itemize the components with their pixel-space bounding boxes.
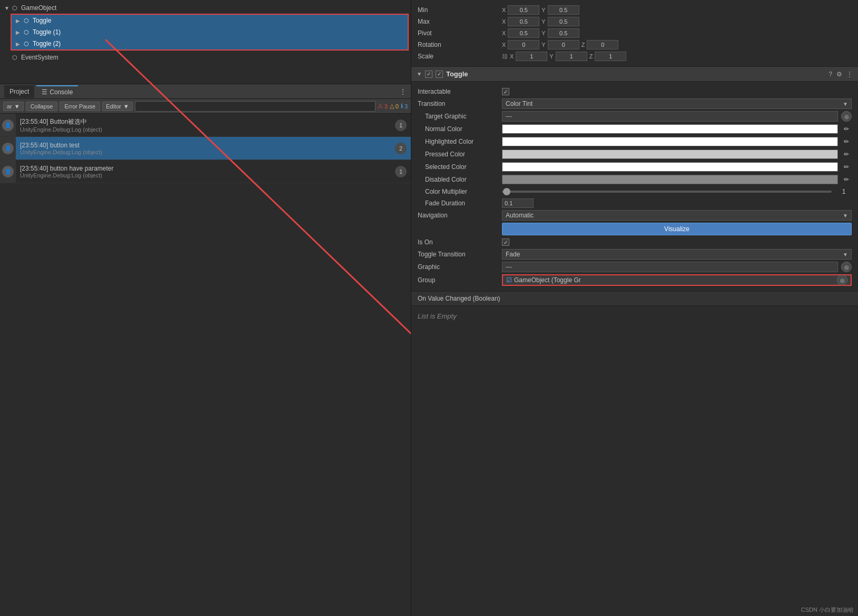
target-graphic-field: — [502,111,838,122]
disabled-color-eyedropper[interactable]: ✏ [841,174,852,185]
group-picker-btn[interactable]: ◎ [837,275,847,285]
highlighted-color-eyedropper[interactable]: ✏ [841,136,852,147]
expand-arrow: ▼ [4,5,11,11]
clear-dropdown[interactable]: ar ▼ [3,102,24,111]
pressed-color-eyedropper[interactable]: ✏ [841,149,852,160]
max-value: X Y [502,17,852,26]
entry1-title: [23:55:40] Button被选中 [20,117,387,126]
error-pause-button[interactable]: Error Pause [60,102,100,111]
tab-menu-btn[interactable]: ⋮ [399,87,407,96]
selected-color-swatch[interactable] [502,162,838,172]
hierarchy-item-toggle1[interactable]: ▶ ⬡ Toggle (1) [12,26,408,38]
visualize-button[interactable]: Visualize [502,223,852,235]
graphic-picker-btn[interactable]: ◎ [841,262,852,272]
tab-console[interactable]: ☰ Console [36,85,78,98]
min-label: Min [418,6,502,14]
disabled-color-label: Disabled Color [418,176,502,183]
pressed-color-row: Pressed Color ✏ [418,148,852,161]
highlighted-color-row: Highlighted Color ✏ [418,135,852,148]
normal-color-eyedropper[interactable]: ✏ [841,124,852,134]
pressed-color-label: Pressed Color [418,151,502,158]
more-icon[interactable]: ⋮ [846,71,853,78]
tab-project[interactable]: Project [4,85,34,98]
group-row: Group ☑ GameObject (Toggle Gr ◎ [418,273,852,287]
color-multiplier-label: Color Multiplier [418,188,502,195]
scale-y-input[interactable] [556,52,587,61]
max-x-input[interactable] [508,17,539,26]
group-checkbox-icon: ☑ [506,276,512,284]
right-panel: Min X Y Max X Y Pivot [411,0,858,616]
max-y-input[interactable] [548,17,579,26]
rot-x-input[interactable] [508,40,539,49]
expand-arrow-toggle1: ▶ [16,29,22,35]
min-value: X Y [502,5,852,15]
pivot-y-input[interactable] [548,28,579,38]
console-entry-2[interactable]: 👤 [23:55:40] button test UnityEngine.Deb… [0,137,411,160]
selected-color-label: Selected Color [418,163,502,171]
entry1-count: 1 [395,120,407,131]
is-on-row: Is On [418,236,852,248]
collapse-button[interactable]: Collapse [26,102,58,111]
is-on-checkbox[interactable] [502,239,509,246]
component-enabled-checkbox[interactable] [425,71,432,78]
disabled-color-swatch[interactable] [502,175,838,184]
pivot-x-input[interactable] [508,28,539,38]
min-x-input[interactable] [508,5,539,15]
highlighted-color-value: ✏ [502,136,852,147]
eventsystem-cube-icon: ⬡ [11,53,19,62]
max-y-label: Y [541,18,545,25]
rotation-row: Rotation X Y Z [418,39,852,51]
group-value-text: GameObject (Toggle Gr [514,276,581,284]
color-multiplier-slider-track[interactable] [502,191,832,193]
pressed-color-swatch[interactable] [502,150,838,159]
scale-x-input[interactable] [516,52,547,61]
entry1-subtitle: UnityEngine.Debug:Log (object) [20,126,387,133]
pivot-label: Pivot [418,29,502,37]
color-multiplier-slider-thumb[interactable] [503,188,510,195]
group-field[interactable]: ☑ GameObject (Toggle Gr ◎ [502,274,852,286]
console-entry-1[interactable]: 👤 [23:55:40] Button被选中 UnityEngine.Debug… [0,114,411,137]
min-y-label: Y [541,7,545,13]
pivot-row: Pivot X Y [418,27,852,39]
info-badge[interactable]: ℹ 3 [401,103,408,110]
rot-y-input[interactable] [548,40,579,49]
hierarchy-item-gameobject[interactable]: ▼ ⬡ GameObject [0,2,411,14]
hierarchy-item-toggle2[interactable]: ▶ ⬡ Toggle (2) [12,38,408,49]
visualize-row: Visualize [418,222,852,236]
color-multiplier-slider-value: 1 [836,188,852,195]
component-collapse-arrow[interactable]: ▼ [417,71,422,77]
warning-badge[interactable]: △ 0 [390,103,399,110]
disabled-color-row: Disabled Color ✏ [418,173,852,186]
editor-dropdown[interactable]: Editor ▼ [102,102,133,111]
toggle1-label: Toggle (1) [33,28,61,36]
min-y-input[interactable] [548,5,579,15]
navigation-dropdown[interactable]: Automatic ▼ [502,210,852,221]
hierarchy-item-toggle[interactable]: ▶ ⬡ Toggle [12,15,408,26]
rot-z-input[interactable] [587,40,618,49]
scale-z-input[interactable] [595,52,626,61]
component-header-icons: ? ⚙ ⋮ [829,71,853,78]
interactable-checkbox[interactable] [502,88,509,95]
entry3-content: [23:55:40] button have parameter UnityEn… [16,160,391,183]
toggle-transition-dropdown[interactable]: Fade ▼ [502,249,852,260]
transition-dropdown[interactable]: Color Tint ▼ [502,98,852,109]
fade-duration-input[interactable] [502,198,534,208]
settings-icon[interactable]: ⚙ [836,71,842,78]
console-search-input[interactable] [135,101,376,112]
target-graphic-picker-btn[interactable]: ◎ [841,111,852,122]
highlighted-color-swatch[interactable] [502,137,838,146]
scale-label: Scale [418,53,502,60]
normal-color-swatch[interactable] [502,124,838,134]
error-badge[interactable]: ⚠ 3 [378,103,388,110]
scale-value: ⛓ X Y Z [502,52,852,61]
toggle-label: Toggle [33,17,51,24]
component-active-checkbox[interactable] [436,71,443,78]
help-icon[interactable]: ? [829,71,832,78]
hierarchy-item-eventsystem[interactable]: ⬡ EventSystem [0,52,411,63]
console-entry-3[interactable]: 👤 [23:55:40] button have parameter Unity… [0,160,411,183]
toggle2-cube-icon: ⬡ [22,39,31,48]
entry1-icon: 👤 [0,114,16,136]
scale-z-label: Z [589,53,593,59]
toggle-transition-value: Fade ▼ [502,249,852,260]
selected-color-eyedropper[interactable]: ✏ [841,162,852,172]
